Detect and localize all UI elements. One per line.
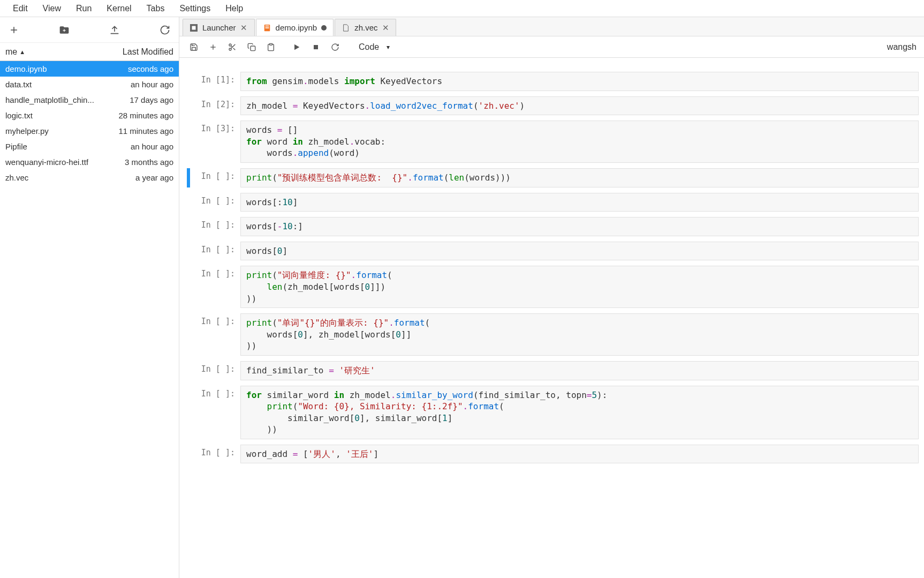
- cell-code[interactable]: print("单词"{}"的向量表示: {}".format( words[0]…: [240, 313, 919, 356]
- code-cell[interactable]: In [ ]:find_similar_to = '研究生': [187, 361, 919, 380]
- content-area: Launcher✕demo.ipynbzh.vec✕: [179, 17, 924, 578]
- file-row[interactable]: logic.txt28 minutes ago: [0, 108, 179, 123]
- menubar: Edit View Run Kernel Tabs Settings Help: [0, 0, 924, 17]
- chevron-down-icon: ▾: [387, 43, 390, 51]
- tab[interactable]: zh.vec✕: [335, 19, 396, 36]
- cell-marker: [187, 242, 190, 261]
- code-cell[interactable]: In [2]:zh_model = KeyedVectors.load_word…: [187, 96, 919, 116]
- paste-button[interactable]: [262, 39, 280, 55]
- cell-marker: [187, 121, 190, 163]
- menu-view[interactable]: View: [35, 2, 69, 16]
- refresh-button[interactable]: [154, 20, 176, 40]
- close-icon[interactable]: ✕: [382, 24, 389, 32]
- cell-marker: [187, 386, 190, 439]
- file-name: Pipfile: [5, 142, 27, 151]
- code-cell[interactable]: In [ ]:print("单词"{}"的向量表示: {}".format( w…: [187, 313, 919, 356]
- code-cell[interactable]: In [ ]:words[-10:]: [187, 217, 919, 236]
- cell-marker: [187, 168, 190, 187]
- svg-rect-5: [265, 27, 269, 28]
- file-header-modified[interactable]: Last Modified: [123, 47, 173, 57]
- file-row[interactable]: zh.veca year ago: [0, 170, 179, 185]
- cell-code[interactable]: print("预训练模型包含单词总数: {}".format(len(words…: [240, 168, 919, 187]
- insert-cell-button[interactable]: [204, 39, 222, 55]
- restart-button[interactable]: [326, 39, 344, 55]
- file-list: demo.ipynbseconds agodata.txtan hour ago…: [0, 61, 179, 578]
- run-button[interactable]: [287, 39, 306, 55]
- file-name: demo.ipynb: [5, 64, 47, 73]
- code-cell[interactable]: In [ ]:words[0]: [187, 242, 919, 261]
- code-cell[interactable]: In [ ]:print("预训练模型包含单词总数: {}".format(le…: [187, 168, 919, 187]
- menu-run[interactable]: Run: [69, 2, 99, 16]
- cell-marker: [187, 313, 190, 356]
- file-row[interactable]: data.txtan hour ago: [0, 77, 179, 92]
- cell-code[interactable]: word_add = ['男人', '王后']: [240, 445, 919, 464]
- cell-prompt: In [ ]:: [192, 445, 240, 464]
- cell-marker: [187, 72, 190, 91]
- cell-code[interactable]: words[0]: [240, 242, 919, 261]
- new-folder-button[interactable]: [54, 20, 75, 40]
- cell-code[interactable]: from gensim.models import KeyedVectors: [240, 72, 919, 91]
- code-cell[interactable]: In [ ]:word_add = ['男人', '王后']: [187, 445, 919, 464]
- cell-code[interactable]: for similar_word in zh_model.similar_by_…: [240, 386, 919, 439]
- svg-point-8: [229, 44, 231, 46]
- menu-settings[interactable]: Settings: [172, 2, 218, 16]
- cell-prompt: In [ ]:: [192, 313, 240, 356]
- tab[interactable]: demo.ipynb: [256, 19, 334, 36]
- cell-prompt: In [ ]:: [192, 386, 240, 439]
- file-modified: seconds ago: [128, 64, 173, 73]
- code-cell[interactable]: In [ ]:for similar_word in zh_model.simi…: [187, 386, 919, 439]
- svg-rect-13: [251, 46, 255, 51]
- upload-button[interactable]: [104, 20, 125, 40]
- cell-marker: [187, 96, 190, 116]
- cut-button[interactable]: [223, 39, 241, 55]
- cell-code[interactable]: print("词向量维度: {}".format( len(zh_model[w…: [240, 266, 919, 308]
- menu-tabs[interactable]: Tabs: [139, 2, 172, 16]
- cell-code[interactable]: words[:10]: [240, 193, 919, 212]
- stop-button[interactable]: [307, 39, 325, 55]
- cell-marker: [187, 193, 190, 212]
- cell-type-select[interactable]: Code ▾: [351, 42, 398, 52]
- file-row[interactable]: Pipfilean hour ago: [0, 139, 179, 154]
- code-cell[interactable]: In [3]:words = [] for word in zh_model.v…: [187, 121, 919, 163]
- file-modified: 3 months ago: [125, 157, 173, 167]
- menu-kernel[interactable]: Kernel: [99, 2, 139, 16]
- file-row[interactable]: myhelper.py11 minutes ago: [0, 123, 179, 139]
- cell-code[interactable]: words[-10:]: [240, 217, 919, 236]
- tab[interactable]: Launcher✕: [183, 19, 255, 36]
- tabs: Launcher✕demo.ipynbzh.vec✕: [179, 17, 924, 36]
- dirty-indicator-icon: [321, 25, 327, 31]
- svg-rect-14: [269, 43, 272, 45]
- save-button[interactable]: [185, 39, 203, 55]
- notebook[interactable]: In [1]:from gensim.models import KeyedVe…: [179, 58, 924, 578]
- cell-code[interactable]: words = [] for word in zh_model.vocab: w…: [240, 121, 919, 163]
- code-cell[interactable]: In [ ]:print("词向量维度: {}".format( len(zh_…: [187, 266, 919, 308]
- code-cell[interactable]: In [ ]:words[:10]: [187, 193, 919, 212]
- plus-icon: [209, 43, 217, 51]
- menu-edit[interactable]: Edit: [5, 2, 35, 16]
- file-header-name[interactable]: me ▲: [5, 47, 25, 57]
- file-name: data.txt: [5, 80, 32, 89]
- notebook-toolbar: Code ▾ wangsh: [179, 36, 924, 58]
- cell-prompt: In [2]:: [192, 96, 240, 116]
- cell-code[interactable]: zh_model = KeyedVectors.load_word2vec_fo…: [240, 96, 919, 116]
- file-name: wenquanyi-micro-hei.ttf: [5, 157, 88, 167]
- refresh-icon: [160, 25, 170, 35]
- name-col-label: me: [5, 47, 17, 57]
- file-modified: 17 days ago: [130, 95, 173, 104]
- file-icon: [342, 24, 350, 32]
- menu-help[interactable]: Help: [218, 2, 251, 16]
- launcher-icon: [190, 24, 198, 32]
- copy-button[interactable]: [243, 39, 261, 55]
- code-cell[interactable]: In [1]:from gensim.models import KeyedVe…: [187, 72, 919, 91]
- file-row[interactable]: demo.ipynbseconds ago: [0, 61, 179, 77]
- close-icon[interactable]: ✕: [240, 24, 248, 32]
- file-row[interactable]: wenquanyi-micro-hei.ttf3 months ago: [0, 154, 179, 170]
- svg-rect-4: [265, 25, 269, 26]
- kernel-name[interactable]: wangsh: [887, 42, 919, 52]
- save-icon: [190, 43, 198, 51]
- file-row[interactable]: handle_matplotlib_chin...17 days ago: [0, 92, 179, 108]
- tab-label: Launcher: [202, 23, 236, 32]
- cell-code[interactable]: find_similar_to = '研究生': [240, 361, 919, 380]
- cell-marker: [187, 361, 190, 380]
- new-launcher-button[interactable]: [3, 20, 25, 40]
